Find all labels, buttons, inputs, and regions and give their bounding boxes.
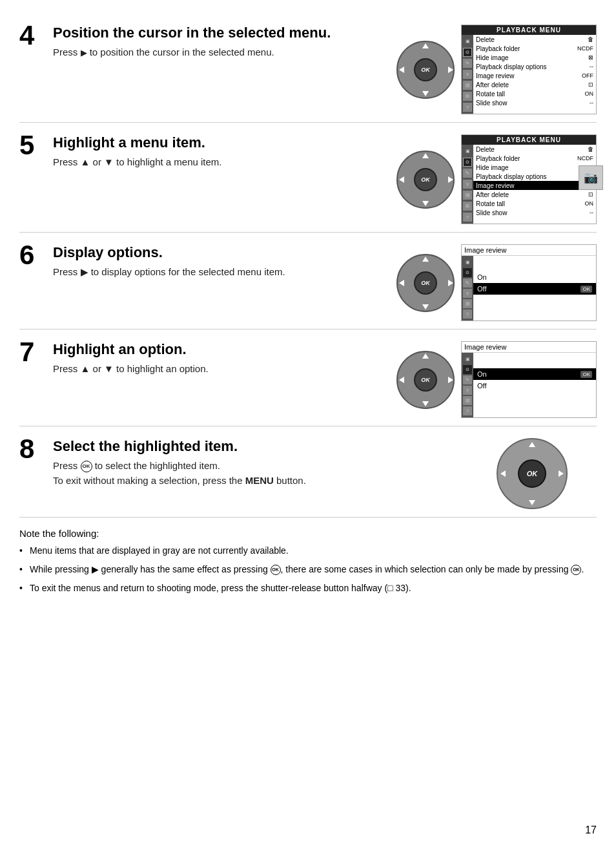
dpad-circle-6: OK [396,254,455,312]
menu-item-hide: Hide image⊠ [473,53,596,62]
dpad-8: OK [497,438,568,509]
ri-7-6: ? [463,406,472,415]
step-8-number: 8 [19,435,53,463]
step-4-number: 4 [19,22,53,49]
dpad-5-ok: OK [414,168,437,191]
step-7-title: Highlight an option. [53,341,384,358]
step-7-number: 7 [19,339,53,366]
menu-icon-7: ? [463,103,472,112]
step-6-content: Display options. Press ▶ to display opti… [53,244,390,280]
menu-item-review: Image reviewOFF [473,71,596,80]
arrow-down-2-icon: ▼ [104,363,114,374]
menu-items-4: Delete🗑 Playback folderNCDF Hide image⊠ … [473,35,596,114]
menu-item-slide: Slide show-- [473,98,596,107]
menu-icons-5: ▣ ⊙ ✎ Y ▤ ⊞ ? [462,145,473,224]
step-6-row: 6 Display options. Press ▶ to display op… [19,233,597,330]
menu-item-5-slide: Slide show-- [473,208,596,217]
step-4-right: OK PLAYBACK MENU ▣ ⊙ ✎ Y ▤ ⊞ ? Delete🗑 P… [390,25,597,114]
dpad-7-ok: OK [414,368,437,392]
review-item-off-7: Off [473,380,596,392]
ri-6-5: ▤ [463,299,472,308]
dpad-5: OK [396,151,455,209]
menu-icon-5-7: ? [463,213,472,222]
note-item-3: To exit the menus and return to shooting… [19,582,597,595]
menu-item-5-display: Playback display options-- [473,172,596,181]
ri-6-1: ▣ [463,258,472,267]
ri-6-2: ⊙ [463,268,472,277]
step-7-right: OK Image review ▣ ⊙ ✎ Y ▤ ? On O [390,341,597,418]
step-6-number: 6 [19,242,53,269]
menu-screen-4: PLAYBACK MENU ▣ ⊙ ✎ Y ▤ ⊞ ? Delete🗑 Play… [461,25,597,114]
menu-item-delete: Delete🗑 [473,35,596,44]
ri-7-5: ▤ [463,396,472,405]
dpad-ok: OK [414,58,437,81]
arrow-down-icon: ▼ [104,156,114,167]
step-8-title: Select the highlighted item. [53,438,461,455]
review-body-6: ▣ ⊙ ✎ Y ▤ ? On Off OK [462,256,596,320]
menu-icon-5-5: ▤ [463,191,472,200]
menu-item-5-folder: Playback folderNCDF [473,154,596,163]
menu-bold-8: MENU [245,475,274,486]
ri-7-3: ✎ [463,375,472,384]
step-7-desc: Press ▲ or ▼ to highlight an option. [53,362,384,377]
menu-item-rotate: Rotate tallON [473,89,596,98]
dpad-4: OK [396,41,455,99]
menu-icon-3: ✎ [463,59,472,68]
menu-screen-5: PLAYBACK MENU ▣ ⊙ ✎ Y ▤ ⊞ ? Delete🗑 Play… [461,134,597,224]
review-items-6: On Off OK [473,256,596,320]
menu-icon-5-4: Y [463,180,472,189]
ri-6-6: ? [463,309,472,319]
step-8-desc: Press OK to select the highlighted item.… [53,459,461,488]
ok-circle-2: OK [271,565,281,575]
step-4-content: Position the cursor in the selected menu… [53,25,390,60]
menu-item-after: After delete⊡ [473,80,596,89]
notes-list: Menu items that are displayed in gray ar… [19,544,597,595]
ri-7-4: Y [463,386,472,395]
menu-items-5: Delete🗑 Playback folderNCDF Hide image⊠ … [473,145,596,224]
dpad-8-ok: OK [518,459,546,488]
arrow-up-icon: ▲ [81,156,90,167]
step-8-right: OK [467,438,597,509]
arrow-right-2-icon: ▶ [81,266,88,277]
menu-title-4: PLAYBACK MENU [462,25,596,35]
review-screen-7: Image review ▣ ⊙ ✎ Y ▤ ? On OK [461,341,597,418]
ri-6-3: ✎ [463,278,472,288]
arrow-right-icon: ▶ [81,48,87,58]
dpad-circle-5: OK [396,151,455,209]
step-5-number: 5 [19,132,53,159]
review-item-on-7: On OK [473,368,596,380]
step-5-content: Highlight a menu item. Press ▲ or ▼ to h… [53,134,390,170]
dpad-6-ok: OK [414,271,437,295]
step-5-row: 5 Highlight a menu item. Press ▲ or ▼ to… [19,123,597,233]
menu-item-5-hide: Hide image⊠ [473,163,596,172]
step-4-row: 4 Position the cursor in the selected me… [19,13,597,123]
step-5-title: Highlight a menu item. [53,134,384,151]
step-8-row: 8 Select the highlighted item. Press OK … [19,426,597,518]
review-screen-6: Image review ▣ ⊙ ✎ Y ▤ ? On Off [461,244,597,321]
menu-item-folder: Playback folderNCDF [473,44,596,53]
step-5-desc: Press ▲ or ▼ to highlight a menu item. [53,155,384,170]
dpad-circle-8: OK [497,438,568,509]
ok-badge-7: OK [580,371,592,378]
note-item-2: While pressing ▶ generally has the same … [19,563,597,576]
review-item-off-6: Off OK [473,283,596,295]
menu-icon-1: ▣ [463,37,472,46]
page-number: 17 [585,824,597,836]
review-icons-7: ▣ ⊙ ✎ Y ▤ ? [462,353,473,417]
ok-circle-3: OK [571,565,581,575]
step-8-content: Select the highlighted item. Press OK to… [53,438,467,488]
camera-icon: 📷 [579,165,603,190]
menu-item-5-rotate: Rotate tallON [473,199,596,208]
step-6-desc: Press ▶ to display options for the selec… [53,265,384,280]
menu-icon-2: ⊙ [463,48,472,57]
ri-7-2: ⊙ [463,365,472,374]
menu-icon-5: ▤ [463,81,472,90]
arrow-up-2-icon: ▲ [81,363,90,374]
step-4-desc: Press ▶ to position the cursor in the se… [53,45,384,60]
dpad-7: OK [396,351,455,409]
menu-item-5-after: After delete⊡ [473,190,596,199]
step-6-title: Display options. [53,244,384,261]
note-item-1: Menu items that are displayed in gray ar… [19,544,597,558]
ok-badge-6: OK [580,286,592,293]
dpad-6: OK [396,254,455,312]
